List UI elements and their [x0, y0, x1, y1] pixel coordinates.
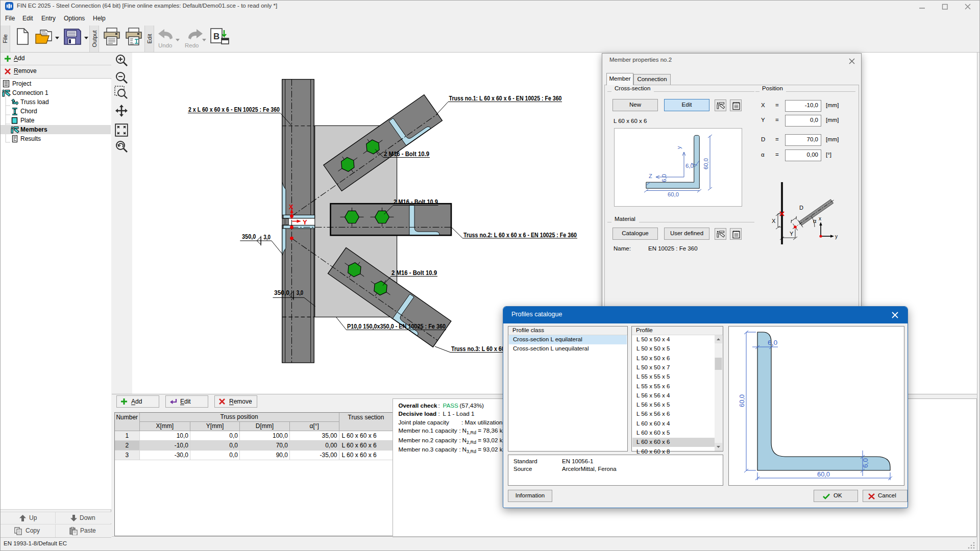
svg-text:2 M16 - Bolt 10.9: 2 M16 - Bolt 10.9 [394, 198, 438, 206]
svg-text:α: α [813, 218, 817, 224]
svg-text:350,0: 350,0 [274, 289, 289, 296]
svg-text:350,0: 350,0 [242, 233, 256, 240]
svg-text:Y: Y [303, 218, 307, 226]
svg-text:6,0: 6,0 [685, 163, 694, 169]
svg-text:60,0: 60,0 [739, 394, 746, 407]
svg-text:2 x L 60 x 60 x 6 - EN 10025 :: 2 x L 60 x 60 x 6 - EN 10025 : Fe 360 [188, 106, 280, 113]
svg-text:2 M16 - Bolt 10.9: 2 M16 - Bolt 10.9 [384, 150, 429, 158]
svg-text:Truss no.1: L 60 x 60 x 6 - EN: Truss no.1: L 60 x 60 x 6 - EN 10025 : F… [449, 94, 562, 102]
svg-text:Truss no.2: L 60 x 60 x 6 - EN: Truss no.2: L 60 x 60 x 6 - EN 10025 : F… [463, 231, 577, 239]
svg-text:6,0: 6,0 [661, 174, 667, 182]
svg-text:P10,0 150,0x350,0 - EN 10025 :: P10,0 150,0x350,0 - EN 10025 : Fe 360 [347, 322, 446, 330]
svg-text:X: X [289, 203, 293, 211]
svg-text:60,0: 60,0 [817, 471, 830, 478]
svg-text:60,0: 60,0 [703, 158, 709, 169]
svg-text:Z: Z [649, 173, 652, 179]
svg-text:6,0: 6,0 [862, 458, 869, 468]
svg-text:D: D [799, 205, 803, 211]
svg-text:3,0: 3,0 [297, 289, 303, 296]
svg-text:6,0: 6,0 [768, 339, 777, 346]
svg-text:3,0: 3,0 [263, 233, 271, 241]
svg-text:B: B [213, 32, 219, 41]
svg-text:y: y [676, 146, 682, 149]
svg-text:x: x [819, 216, 821, 221]
svg-text:2 M16 - Bolt 10.9: 2 M16 - Bolt 10.9 [391, 269, 437, 277]
svg-text:Y: Y [790, 231, 794, 237]
svg-text:y: y [835, 234, 838, 239]
svg-text:60,0: 60,0 [668, 191, 679, 197]
svg-text:X: X [772, 218, 776, 224]
